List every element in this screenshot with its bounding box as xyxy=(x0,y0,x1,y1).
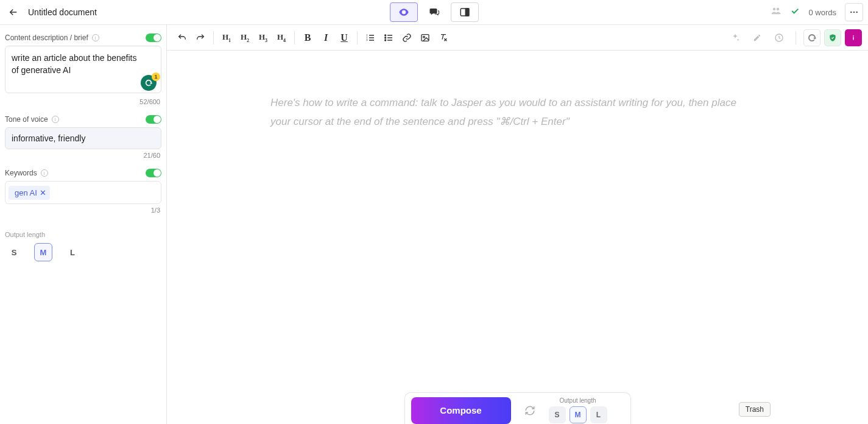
grammarly-toolbar-button[interactable] xyxy=(803,29,820,46)
regenerate-button[interactable] xyxy=(520,400,540,421)
editor-body[interactable]: Here's how to write a command: talk to J… xyxy=(167,51,868,424)
document-title[interactable]: Untitled document xyxy=(28,7,97,17)
separator xyxy=(357,31,358,44)
field-label: Tone of voice xyxy=(5,115,48,124)
grammarly-icon[interactable]: 1 xyxy=(141,75,157,91)
clock-icon xyxy=(774,33,784,43)
h3-icon: H3 xyxy=(259,32,267,43)
keywords-counter: 1/3 xyxy=(5,207,161,214)
edit-button[interactable] xyxy=(748,29,766,47)
bullet-list-icon xyxy=(384,33,393,43)
help-icon[interactable]: i xyxy=(92,34,99,41)
arrow-left-icon xyxy=(8,7,19,18)
field-header: Tone of voice i xyxy=(5,115,161,124)
tone-input[interactable] xyxy=(5,127,161,149)
clear-format-button[interactable] xyxy=(434,29,453,47)
svg-point-4 xyxy=(777,8,780,11)
saved-indicator xyxy=(790,6,800,18)
svg-point-18 xyxy=(853,35,854,37)
field-header: Content description / brief i xyxy=(5,34,161,42)
keywords-toggle[interactable] xyxy=(146,169,161,177)
svg-point-7 xyxy=(856,12,858,13)
bold-icon: B xyxy=(305,32,311,43)
dots-horizontal-icon xyxy=(849,7,859,17)
bar-size-s[interactable]: S xyxy=(549,406,566,423)
image-icon xyxy=(420,33,430,43)
image-button[interactable] xyxy=(416,29,434,47)
size-m-button[interactable]: M xyxy=(34,243,52,261)
editor-placeholder: Here's how to write a command: talk to J… xyxy=(270,93,758,132)
help-icon[interactable]: i xyxy=(52,116,59,123)
clock-button[interactable] xyxy=(770,29,788,47)
compose-output-length: Output length S M L xyxy=(549,397,607,423)
shield-check-icon xyxy=(828,34,837,42)
chat-mode-button[interactable] xyxy=(420,2,448,22)
svg-text:3: 3 xyxy=(366,38,368,41)
tone-counter: 21/60 xyxy=(5,152,161,159)
history-group xyxy=(173,29,210,47)
bullet-list-button[interactable] xyxy=(379,29,398,47)
more-menu-button[interactable] xyxy=(845,3,863,21)
split-mode-button[interactable] xyxy=(451,2,479,22)
svg-point-15 xyxy=(423,36,425,38)
tone-toggle[interactable] xyxy=(146,115,161,124)
keywords-input[interactable]: gen AI ✕ xyxy=(5,181,161,204)
h3-button[interactable]: H3 xyxy=(254,29,272,47)
keywords-field: Keywords i gen AI ✕ 1/3 xyxy=(5,169,161,214)
ordered-list-button[interactable]: 123 xyxy=(361,29,379,47)
h4-icon: H4 xyxy=(277,32,286,43)
separator xyxy=(796,31,796,44)
keyword-text: gen AI xyxy=(15,188,37,197)
h4-button[interactable]: H4 xyxy=(272,29,291,47)
size-l-button[interactable]: L xyxy=(63,243,82,261)
size-s-button[interactable]: S xyxy=(5,243,23,261)
underline-button[interactable]: U xyxy=(335,29,353,47)
h1-button[interactable]: H1 xyxy=(217,29,236,47)
svg-point-12 xyxy=(385,37,386,38)
svg-point-5 xyxy=(850,12,852,13)
content-description-input[interactable] xyxy=(5,46,161,93)
redo-icon xyxy=(196,33,205,43)
compose-button[interactable]: Compose xyxy=(411,397,511,424)
keyword-tag: gen AI ✕ xyxy=(9,186,50,200)
h1-icon: H1 xyxy=(222,32,231,43)
svg-point-0 xyxy=(403,11,404,13)
link-icon xyxy=(402,33,412,43)
bar-size-l[interactable]: L xyxy=(590,406,607,423)
link-button[interactable] xyxy=(398,29,416,47)
svg-point-3 xyxy=(773,8,776,11)
content-description-field: Content description / brief i 1 52/600 xyxy=(5,34,161,105)
info-icon xyxy=(849,34,858,42)
panel-right-icon xyxy=(459,7,470,18)
word-count: 0 words xyxy=(808,8,836,17)
redo-button[interactable] xyxy=(191,29,210,47)
topbar-left: Untitled document xyxy=(5,4,97,21)
bar-size-m[interactable]: M xyxy=(570,406,587,423)
help-icon[interactable]: i xyxy=(41,169,48,177)
focus-mode-button[interactable] xyxy=(390,2,418,22)
h2-button[interactable]: H2 xyxy=(236,29,254,47)
italic-button[interactable]: I xyxy=(317,29,335,47)
svg-point-13 xyxy=(385,40,386,41)
back-button[interactable] xyxy=(5,4,22,21)
undo-button[interactable] xyxy=(173,29,191,47)
trash-tooltip: Trash xyxy=(739,402,771,417)
editor-toolbar: H1 H2 H3 H4 B I U 123 xyxy=(167,25,868,51)
output-length-label: Output length xyxy=(5,231,161,238)
ordered-list-icon: 123 xyxy=(365,33,375,43)
ai-sparkle-button[interactable] xyxy=(726,29,744,47)
bar-size-selector: S M L xyxy=(549,406,607,423)
view-mode-switcher xyxy=(390,2,479,22)
top-bar: Untitled document 0 words xyxy=(0,0,868,25)
field-label: Keywords xyxy=(5,169,37,177)
info-button[interactable] xyxy=(845,29,862,46)
svg-point-11 xyxy=(385,35,386,36)
share-button[interactable] xyxy=(771,5,782,19)
bold-button[interactable]: B xyxy=(298,29,317,47)
sidebar: Content description / brief i 1 52/600 T… xyxy=(0,25,167,424)
heading-group: H1 H2 H3 H4 xyxy=(217,29,291,47)
remove-keyword-icon[interactable]: ✕ xyxy=(40,188,46,197)
topbar-right: 0 words xyxy=(771,3,863,21)
plagiarism-button[interactable] xyxy=(824,29,841,46)
desc-toggle[interactable] xyxy=(146,34,161,42)
